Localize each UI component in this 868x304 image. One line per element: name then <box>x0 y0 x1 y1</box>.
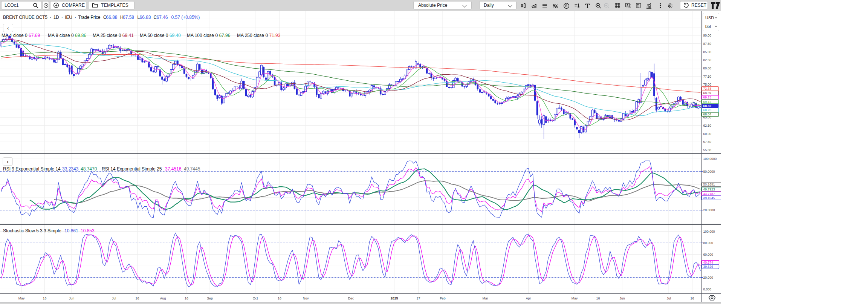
svg-text:50.1691: 50.1691 <box>703 183 715 186</box>
svg-text:Dec: Dec <box>348 296 354 300</box>
svg-text:40.674: 40.674 <box>703 261 714 264</box>
svg-text:Apr: Apr <box>526 296 531 300</box>
svg-text:60.00: 60.00 <box>703 132 712 136</box>
svg-text:72.38: 72.38 <box>703 87 712 91</box>
svg-text:77.50: 77.50 <box>703 75 712 78</box>
svg-text:16: 16 <box>43 296 47 300</box>
svg-text:80.0000: 80.0000 <box>703 170 715 173</box>
svg-text:55.00: 55.00 <box>703 148 712 152</box>
svg-text:69.12: 69.12 <box>703 100 712 104</box>
svg-text:Nov: Nov <box>303 296 309 300</box>
svg-text:39.4945: 39.4945 <box>703 196 715 200</box>
svg-text:100.000: 100.000 <box>703 230 715 233</box>
svg-text:87.50: 87.50 <box>703 42 712 46</box>
svg-text:Aug: Aug <box>160 296 166 300</box>
svg-text:62.50: 62.50 <box>703 124 712 127</box>
svg-text:85.00: 85.00 <box>703 50 712 54</box>
svg-text:16: 16 <box>691 296 694 300</box>
svg-text:43.7187: 43.7187 <box>703 192 715 196</box>
svg-text:75.00: 75.00 <box>703 83 712 86</box>
svg-text:Jun: Jun <box>69 296 74 300</box>
svg-text:Mar: Mar <box>482 296 488 300</box>
svg-text:16: 16 <box>185 296 188 300</box>
svg-text:May: May <box>572 296 578 300</box>
svg-text:20.0000: 20.0000 <box>703 208 715 212</box>
svg-text:100.0000: 100.0000 <box>703 157 717 161</box>
svg-text:Jun: Jun <box>619 296 625 300</box>
svg-text:39.626: 39.626 <box>703 265 714 269</box>
svg-text:0.000: 0.000 <box>703 287 712 291</box>
svg-text:60.000: 60.000 <box>703 253 714 256</box>
svg-text:80.000: 80.000 <box>703 241 714 245</box>
svg-text:57.50: 57.50 <box>703 140 712 144</box>
svg-text:82.50: 82.50 <box>703 58 712 62</box>
svg-text:16: 16 <box>136 296 139 300</box>
svg-text:Jul: Jul <box>666 296 671 300</box>
svg-text:68.59: 68.59 <box>703 104 712 108</box>
svg-text:69.15: 69.15 <box>703 95 712 99</box>
svg-text:2025: 2025 <box>391 296 398 300</box>
svg-text:Oct: Oct <box>253 296 258 300</box>
svg-text:Feb: Feb <box>440 296 445 300</box>
svg-text:Jul: Jul <box>112 296 116 300</box>
svg-text:May: May <box>18 296 25 300</box>
svg-text:69.89: 69.89 <box>703 91 712 95</box>
svg-text:90.00: 90.00 <box>703 34 712 37</box>
svg-text:Sep: Sep <box>207 296 213 300</box>
svg-text:49.7923: 49.7923 <box>703 187 715 191</box>
svg-text:17: 17 <box>417 296 420 300</box>
svg-text:80.00: 80.00 <box>703 66 712 70</box>
svg-text:20.000: 20.000 <box>703 276 714 279</box>
svg-text:68.04: 68.04 <box>703 112 712 116</box>
svg-text:16: 16 <box>278 296 281 300</box>
svg-text:16: 16 <box>596 296 600 300</box>
svg-text:68.28: 68.28 <box>703 108 712 112</box>
